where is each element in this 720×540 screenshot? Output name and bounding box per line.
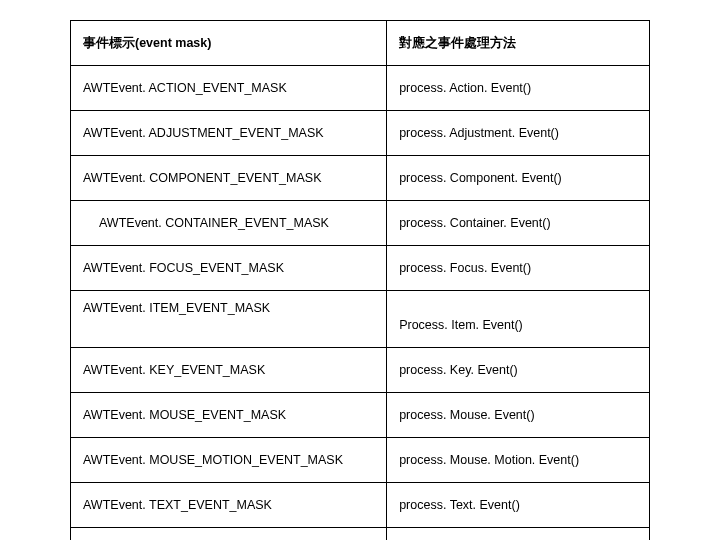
table-row: AWTEvent. KEY_EVENT_MASKprocess. Key. Ev… bbox=[71, 348, 650, 393]
cell-method: process. Adjustment. Event() bbox=[387, 111, 650, 156]
cell-method: process. Text. Event() bbox=[387, 483, 650, 528]
cell-method: process. Mouse. Motion. Event() bbox=[387, 438, 650, 483]
cell-method: Process. Item. Event() bbox=[387, 291, 650, 348]
event-mask-table-container: 事件標示(event mask) 對應之事件處理方法 AWTEvent. ACT… bbox=[70, 20, 650, 540]
cell-mask: AWTEvent. ACTION_EVENT_MASK bbox=[71, 66, 387, 111]
cell-method: process. Window. Event() bbox=[387, 528, 650, 541]
table-row: AWTEvent. COMPONENT_EVENT_MASKprocess. C… bbox=[71, 156, 650, 201]
cell-method: process. Component. Event() bbox=[387, 156, 650, 201]
cell-mask: AWTEvent. ADJUSTMENT_EVENT_MASK bbox=[71, 111, 387, 156]
table-row: AWTEvent. FOCUS_EVENT_MASKprocess. Focus… bbox=[71, 246, 650, 291]
cell-mask: AWTEvent. WINDOW_EVENT_MASK bbox=[71, 528, 387, 541]
table-row: AWTEvent. CONTAINER_EVENT_MASKprocess. C… bbox=[71, 201, 650, 246]
cell-method: process. Container. Event() bbox=[387, 201, 650, 246]
table-row: AWTEvent. MOUSE_MOTION_EVENT_MASKprocess… bbox=[71, 438, 650, 483]
table-row: AWTEvent. ITEM_EVENT_MASKProcess. Item. … bbox=[71, 291, 650, 348]
cell-mask: AWTEvent. KEY_EVENT_MASK bbox=[71, 348, 387, 393]
cell-method: process. Mouse. Event() bbox=[387, 393, 650, 438]
table-row: AWTEvent. ADJUSTMENT_EVENT_MASKprocess. … bbox=[71, 111, 650, 156]
cell-mask: AWTEvent. MOUSE_EVENT_MASK bbox=[71, 393, 387, 438]
event-mask-table: 事件標示(event mask) 對應之事件處理方法 AWTEvent. ACT… bbox=[70, 20, 650, 540]
cell-mask: AWTEvent. FOCUS_EVENT_MASK bbox=[71, 246, 387, 291]
cell-method: process. Focus. Event() bbox=[387, 246, 650, 291]
table-header-row: 事件標示(event mask) 對應之事件處理方法 bbox=[71, 21, 650, 66]
cell-method: process. Key. Event() bbox=[387, 348, 650, 393]
cell-method: process. Action. Event() bbox=[387, 66, 650, 111]
table-row: AWTEvent. MOUSE_EVENT_MASKprocess. Mouse… bbox=[71, 393, 650, 438]
table-row: AWTEvent. TEXT_EVENT_MASKprocess. Text. … bbox=[71, 483, 650, 528]
cell-mask: AWTEvent. MOUSE_MOTION_EVENT_MASK bbox=[71, 438, 387, 483]
header-mask: 事件標示(event mask) bbox=[71, 21, 387, 66]
header-method: 對應之事件處理方法 bbox=[387, 21, 650, 66]
cell-mask: AWTEvent. CONTAINER_EVENT_MASK bbox=[71, 201, 387, 246]
table-row: AWTEvent. WINDOW_EVENT_MASKprocess. Wind… bbox=[71, 528, 650, 541]
table-row: AWTEvent. ACTION_EVENT_MASKprocess. Acti… bbox=[71, 66, 650, 111]
cell-mask: AWTEvent. TEXT_EVENT_MASK bbox=[71, 483, 387, 528]
cell-mask: AWTEvent. COMPONENT_EVENT_MASK bbox=[71, 156, 387, 201]
cell-mask: AWTEvent. ITEM_EVENT_MASK bbox=[71, 291, 387, 348]
